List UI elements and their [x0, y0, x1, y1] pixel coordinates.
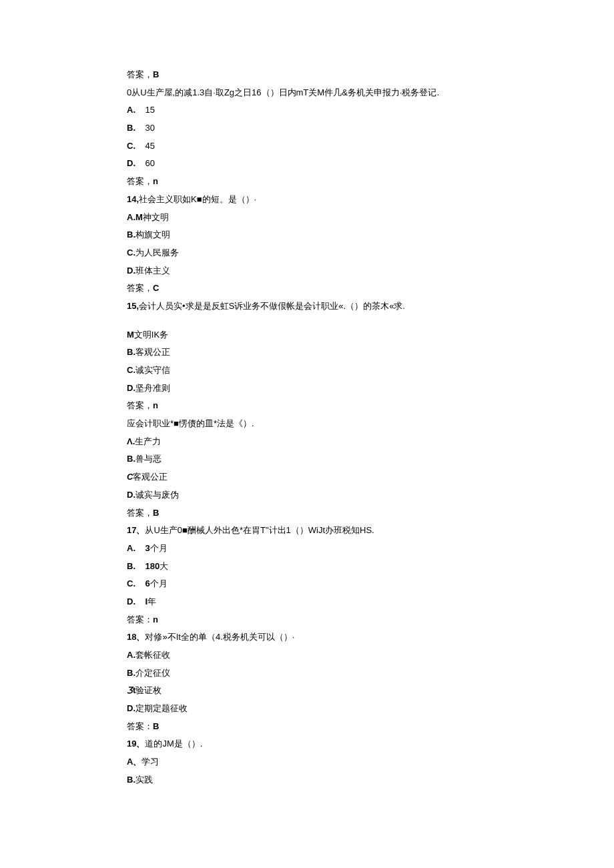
answer-value: B [153, 721, 159, 731]
option-value: 介定征仪 [135, 668, 170, 678]
text-line: 19、道的JM是（）. [127, 736, 487, 753]
option-value: 实践 [135, 775, 153, 785]
option-line: B. 30 [127, 120, 487, 137]
text-content: 应会计职业*■愣债的皿*法是《）. [127, 418, 254, 428]
text-line [127, 316, 487, 326]
option-value: 客观公正 [135, 347, 170, 357]
answer-value: B [153, 69, 159, 79]
option-label: C. [127, 362, 135, 379]
text-content: 社会主义职如K■的短。是（）· [139, 194, 256, 204]
option-value: 生产力 [135, 436, 161, 446]
text-line: 答案：B [127, 719, 487, 735]
option-value: 3 [145, 543, 149, 553]
question-number: 18、 [127, 632, 145, 642]
option-label: A.M [127, 209, 143, 226]
gap [135, 158, 145, 168]
text-line: 14,社会主义职如K■的短。是（）· [127, 191, 487, 208]
option-label: C [127, 469, 133, 486]
option-label: B. [127, 451, 135, 468]
option-value: 文明IK务 [134, 330, 168, 340]
text-line: 应会计职业*■愣债的皿*法是《）. [127, 416, 487, 432]
option-line: C. 45 [127, 138, 487, 155]
option-label: D. [127, 594, 135, 610]
option-value-tail: 年 [147, 596, 156, 606]
option-value: 班体主义 [135, 266, 170, 276]
option-label: D. [127, 701, 135, 717]
option-value: 180 [145, 561, 160, 571]
option-label: Ʒ [127, 683, 133, 699]
option-label: C. [127, 138, 135, 155]
option-line: A. 15 [127, 102, 487, 119]
option-label: A. [127, 647, 135, 664]
option-line: D. 60 [127, 155, 487, 172]
answer-value: C [153, 283, 159, 293]
option-value: 构旗文明 [135, 230, 170, 240]
option-value: 学习 [141, 757, 159, 767]
option-line: A.套帐征收 [127, 647, 487, 664]
option-label: B. [127, 120, 135, 137]
option-line: A.M神文明 [127, 209, 487, 226]
option-label: B. [127, 344, 135, 361]
question-number: 17、 [127, 525, 145, 535]
gap [135, 141, 145, 151]
text-line: 答案，n [127, 398, 487, 414]
option-value: 定期定题征收 [135, 703, 188, 713]
text-line: 18、对修»不It全的单（4.税务机关可以（）· [127, 629, 487, 646]
text-line: 15,会计人员实•求是是反虹S诉业务不做佷帐是会计职业«.（）的茶木«求. [127, 298, 487, 315]
gap [135, 123, 145, 133]
text-line: 17、从U生产0■酬械人外出色*在胃T"计出1（）WiJt办班税知HS. [127, 522, 487, 539]
question-number: 19、 [127, 739, 145, 749]
question-number: 14, [127, 194, 139, 204]
text-content: 答案， [127, 508, 153, 518]
option-value: 套帐征收 [135, 650, 170, 660]
option-line: C.诚实守信 [127, 362, 487, 379]
option-label: A. [127, 540, 135, 557]
gap [135, 561, 145, 571]
option-value-tail: 个月 [150, 543, 168, 553]
gap [135, 596, 145, 606]
option-line: D.诚宾与废伪 [127, 487, 487, 504]
option-line: B.客观公正 [127, 344, 487, 361]
option-label: M [127, 327, 134, 344]
option-value: 诚实守信 [135, 365, 170, 375]
option-value-tail: 大 [160, 561, 168, 571]
option-label: A、 [127, 754, 141, 771]
option-line: B.实践 [127, 772, 487, 789]
option-value: 15 [145, 105, 154, 115]
option-value: 客观公正 [133, 472, 168, 482]
answer-value: B [153, 508, 159, 518]
text-line: 答案，B [127, 67, 487, 83]
option-label: C. [127, 245, 135, 262]
text-content: 对修»不It全的单（4.税务机关可以（）· [145, 632, 294, 642]
option-value: 60 [145, 158, 154, 168]
option-line: D. I年 [127, 594, 487, 610]
document-body: 答案，B0从U生产屋,的减1.3自·取Zg之日16（）日内mT关M件几&务机关申… [127, 67, 487, 789]
text-content: 答案： [127, 721, 153, 731]
option-line: B.介定征仪 [127, 665, 487, 682]
text-line: 0从U生产屋,的减1.3自·取Zg之日16（）日内mT关M件几&务机关申报力·税… [127, 85, 487, 101]
option-label: C. [127, 576, 135, 592]
text-line: 答案，n [127, 173, 487, 190]
text-content: 答案， [127, 400, 153, 410]
option-line: Λ.生产力 [127, 434, 487, 450]
answer-value: n [153, 614, 158, 624]
option-line: M文明IK务 [127, 327, 487, 344]
gap [135, 578, 145, 588]
option-label: D. [127, 487, 135, 504]
option-line: D.班体主义 [127, 263, 487, 280]
option-label: D. [127, 263, 135, 280]
option-line: C. 6个月 [127, 576, 487, 592]
option-label: D. [127, 380, 135, 397]
option-line: A、学习 [127, 754, 487, 771]
option-label: D. [127, 155, 135, 172]
text-content: 答案： [127, 614, 153, 624]
option-value: 为人民服务 [135, 248, 179, 258]
text-content: 答案， [127, 69, 153, 79]
option-value: 神文明 [143, 212, 169, 222]
option-value: 坚舟准则 [135, 383, 170, 393]
option-line: B.兽与恶 [127, 451, 487, 468]
option-line: D.定期定题征收 [127, 701, 487, 717]
option-label: A. [127, 102, 135, 119]
option-line: B. 180大 [127, 558, 487, 575]
option-value: 诚宾与废伪 [135, 490, 179, 500]
